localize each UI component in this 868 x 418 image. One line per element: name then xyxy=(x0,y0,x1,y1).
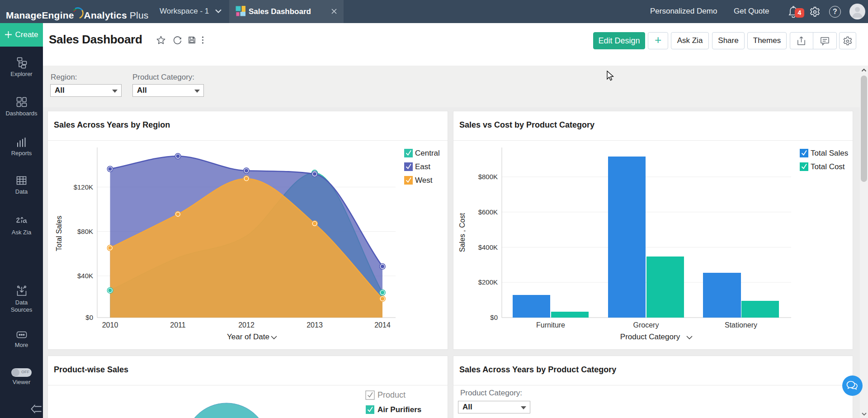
svg-text:2011: 2011 xyxy=(170,321,186,329)
svg-text:West: West xyxy=(415,176,433,185)
svg-text:$400K: $400K xyxy=(478,243,498,251)
svg-text:$80K: $80K xyxy=(77,228,93,235)
svg-text:$120K: $120K xyxy=(74,183,93,191)
svg-text:Central: Central xyxy=(415,149,440,157)
svg-text:$200K: $200K xyxy=(478,278,498,286)
svg-text:Sales , Cost: Sales , Cost xyxy=(458,213,466,252)
svg-text:Total Cost: Total Cost xyxy=(811,162,845,171)
svg-text:Total Sales: Total Sales xyxy=(55,216,63,251)
svg-text:$0: $0 xyxy=(85,314,93,321)
svg-text:Grocery: Grocery xyxy=(633,321,659,329)
svg-text:$0: $0 xyxy=(490,314,498,321)
svg-text:2010: 2010 xyxy=(102,321,118,329)
svg-text:2013: 2013 xyxy=(307,321,323,329)
svg-text:Product Category: Product Category xyxy=(620,332,680,341)
svg-text:Product: Product xyxy=(377,390,406,399)
svg-text:2014: 2014 xyxy=(374,321,391,329)
svg-text:$40K: $40K xyxy=(77,272,93,280)
svg-text:$800K: $800K xyxy=(478,173,498,180)
svg-text:Furniture: Furniture xyxy=(536,321,565,329)
svg-text:$600K: $600K xyxy=(478,208,498,216)
svg-text:Total Sales: Total Sales xyxy=(811,149,848,157)
svg-text:Stationery: Stationery xyxy=(725,321,757,329)
svg-text:2012: 2012 xyxy=(238,321,255,329)
svg-text:Year of Date: Year of Date xyxy=(227,332,269,341)
svg-text:Air Purifiers: Air Purifiers xyxy=(377,405,421,414)
svg-text:East: East xyxy=(415,162,430,171)
